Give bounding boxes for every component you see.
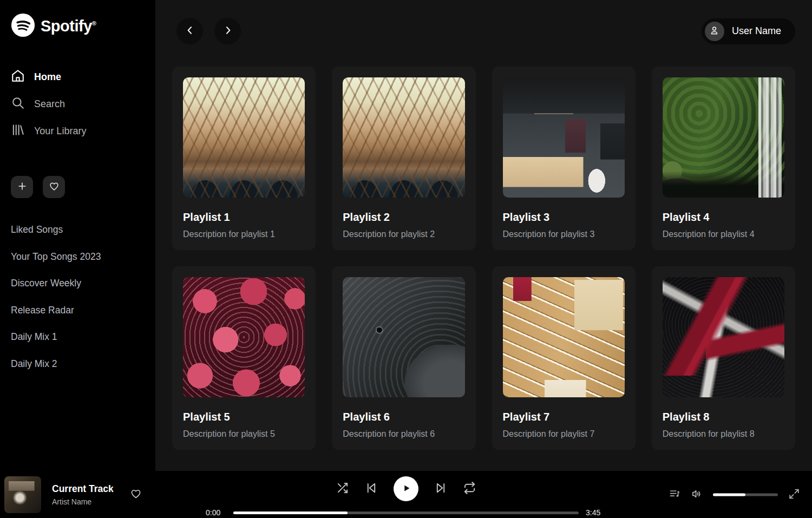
playlist-card-7[interactable]: Playlist 7 Description for playlist 7 bbox=[492, 266, 636, 450]
playlist-title: Playlist 5 bbox=[183, 411, 305, 423]
playlist-title: Playlist 6 bbox=[343, 411, 464, 423]
liked-songs-button[interactable] bbox=[43, 176, 65, 198]
now-playing: Current Track Artist Name bbox=[4, 476, 167, 513]
player-bar: Current Track Artist Name bbox=[0, 471, 812, 518]
total-time: 3:45 bbox=[586, 508, 606, 517]
previous-track-button[interactable] bbox=[365, 482, 377, 496]
sidebar-playlists: Liked Songs Your Top Songs 2023 Discover… bbox=[11, 217, 145, 377]
back-button[interactable] bbox=[176, 18, 203, 44]
queue-button[interactable] bbox=[669, 488, 680, 501]
main-content: User Name Playlist 1 Description for pla… bbox=[155, 0, 812, 471]
sidebar-item-label: Home bbox=[34, 71, 61, 83]
volume-slider[interactable] bbox=[713, 493, 778, 496]
sidebar-playlist-liked-songs[interactable]: Liked Songs bbox=[11, 217, 145, 244]
app-window: Spotify® Home Search bbox=[0, 0, 812, 471]
playlist-cover-image bbox=[343, 77, 464, 198]
playlist-title: Playlist 4 bbox=[663, 211, 784, 224]
playlist-title: Playlist 8 bbox=[663, 411, 784, 423]
artist-name: Artist Name bbox=[52, 497, 114, 506]
player-right-controls bbox=[669, 488, 800, 501]
playlist-cover-image bbox=[183, 77, 305, 198]
play-button[interactable] bbox=[394, 476, 418, 501]
chevron-left-icon bbox=[185, 25, 195, 37]
playlist-description: Description for playlist 3 bbox=[503, 230, 625, 239]
like-track-button[interactable] bbox=[130, 488, 142, 501]
sidebar-playlist-daily-mix-2[interactable]: Daily Mix 2 bbox=[11, 351, 145, 378]
player-center: 0:00 3:45 bbox=[206, 476, 606, 517]
user-menu-button[interactable]: User Name bbox=[702, 18, 795, 44]
playlist-card-4[interactable]: Playlist 4 Description for playlist 4 bbox=[652, 67, 795, 250]
playlist-title: Playlist 1 bbox=[183, 211, 305, 224]
album-art bbox=[4, 476, 41, 513]
forward-button[interactable] bbox=[214, 18, 241, 44]
playlist-description: Description for playlist 8 bbox=[663, 429, 784, 439]
play-icon bbox=[400, 482, 412, 496]
seek-bar[interactable] bbox=[233, 512, 579, 514]
playlist-card-8[interactable]: Playlist 8 Description for playlist 8 bbox=[652, 266, 795, 450]
sidebar-playlist-release-radar[interactable]: Release Radar bbox=[11, 297, 145, 324]
playlist-description: Description for playlist 5 bbox=[183, 429, 305, 439]
create-playlist-button[interactable] bbox=[11, 176, 33, 198]
playlist-description: Description for playlist 6 bbox=[343, 429, 464, 439]
elapsed-time: 0:00 bbox=[206, 508, 226, 517]
repeat-icon bbox=[463, 482, 476, 496]
progress-row: 0:00 3:45 bbox=[206, 508, 606, 517]
playlist-grid: Playlist 1 Description for playlist 1 Pl… bbox=[172, 67, 795, 450]
spotify-logo: Spotify® bbox=[11, 13, 145, 40]
fullscreen-button[interactable] bbox=[788, 488, 800, 501]
sidebar-item-label: Search bbox=[34, 99, 65, 110]
user-name: User Name bbox=[732, 25, 781, 37]
playback-controls bbox=[336, 476, 476, 501]
primary-nav: Home Search Your Library bbox=[11, 63, 145, 145]
next-track-button[interactable] bbox=[435, 482, 447, 496]
playlist-title: Playlist 2 bbox=[343, 211, 464, 224]
track-title: Current Track bbox=[52, 483, 114, 495]
playlist-card-5[interactable]: Playlist 5 Description for playlist 5 bbox=[172, 266, 316, 450]
previous-track-icon bbox=[365, 482, 377, 496]
playlist-card-6[interactable]: Playlist 6 Description for playlist 6 bbox=[332, 266, 475, 450]
playlist-cover-image bbox=[503, 277, 625, 397]
person-icon bbox=[709, 25, 720, 38]
sidebar-item-your-library[interactable]: Your Library bbox=[11, 117, 145, 145]
home-icon bbox=[11, 69, 25, 86]
playlist-cover-image bbox=[663, 277, 784, 397]
playlist-description: Description for playlist 7 bbox=[503, 429, 625, 439]
playlist-description: Description for playlist 1 bbox=[183, 230, 305, 239]
heart-icon bbox=[49, 181, 60, 193]
search-icon bbox=[11, 96, 25, 113]
sidebar: Spotify® Home Search bbox=[0, 0, 155, 471]
repeat-button[interactable] bbox=[463, 482, 476, 496]
sidebar-actions bbox=[11, 176, 145, 198]
playlist-title: Playlist 3 bbox=[503, 211, 625, 224]
queue-icon bbox=[669, 488, 680, 501]
sidebar-playlist-your-top-songs[interactable]: Your Top Songs 2023 bbox=[11, 244, 145, 271]
heart-icon bbox=[130, 493, 142, 501]
track-meta: Current Track Artist Name bbox=[52, 483, 114, 506]
volume-button[interactable] bbox=[691, 488, 703, 501]
sidebar-item-home[interactable]: Home bbox=[11, 63, 145, 90]
topbar: User Name bbox=[172, 18, 795, 44]
registered-mark: ® bbox=[92, 20, 96, 27]
sidebar-item-search[interactable]: Search bbox=[11, 90, 145, 117]
library-icon bbox=[11, 123, 25, 140]
volume-icon bbox=[691, 488, 703, 501]
spotify-logo-icon bbox=[11, 13, 35, 40]
shuffle-icon bbox=[336, 482, 349, 496]
fullscreen-icon bbox=[788, 488, 800, 501]
progress-fill bbox=[233, 512, 348, 514]
playlist-cover-image bbox=[183, 277, 305, 397]
playlist-cover-image bbox=[663, 77, 784, 198]
sidebar-playlist-discover-weekly[interactable]: Discover Weekly bbox=[11, 270, 145, 297]
playlist-description: Description for playlist 2 bbox=[343, 230, 464, 239]
playlist-card-2[interactable]: Playlist 2 Description for playlist 2 bbox=[332, 67, 475, 250]
playlist-card-1[interactable]: Playlist 1 Description for playlist 1 bbox=[172, 67, 316, 250]
playlist-card-3[interactable]: Playlist 3 Description for playlist 3 bbox=[492, 67, 636, 250]
sidebar-playlist-daily-mix-1[interactable]: Daily Mix 1 bbox=[11, 324, 145, 351]
volume-fill bbox=[713, 493, 745, 496]
playlist-description: Description for playlist 4 bbox=[663, 230, 784, 239]
avatar bbox=[705, 22, 724, 41]
shuffle-button[interactable] bbox=[336, 482, 349, 496]
sidebar-item-label: Your Library bbox=[34, 126, 86, 137]
playlist-cover-image bbox=[343, 277, 464, 397]
next-track-icon bbox=[435, 482, 447, 496]
